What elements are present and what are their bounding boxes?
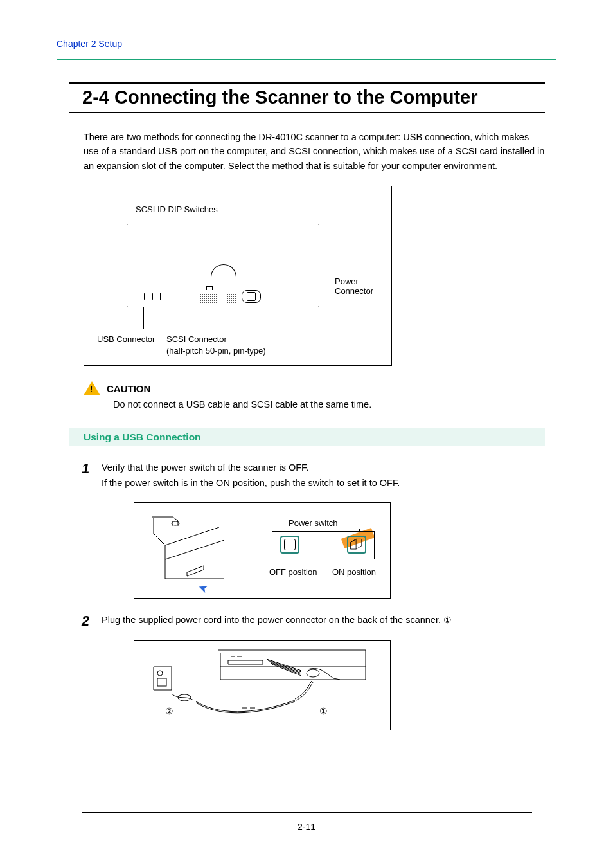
dip-switch-icon [157, 293, 161, 300]
figure-power-switch: ➤ Power switch OFF position ON positio [134, 502, 391, 599]
subheading-usb: Using a USB Connection [69, 428, 545, 446]
vent-arc [211, 264, 236, 277]
label-scsi-connector: SCSI Connector [166, 334, 227, 344]
leader-line [319, 282, 331, 282]
step-line: If the power switch is in the ON positio… [102, 476, 545, 491]
step-body: Plug the supplied power cord into the po… [102, 613, 545, 730]
usb-port-icon [144, 293, 153, 300]
footer-rule [82, 812, 532, 813]
svg-point-1 [306, 669, 319, 677]
page-number: 2-11 [0, 822, 613, 832]
page-content: 2-4 Connecting the Scanner to the Comput… [69, 82, 545, 730]
scanner-back-outline [127, 224, 319, 307]
label-scsi-dip: SCSI ID DIP Switches [136, 204, 218, 214]
switch-on-shape [348, 537, 365, 552]
switch-on-icon [347, 536, 366, 554]
figure-power-cord: ① ② [134, 640, 391, 730]
figure-connectors: SCSI ID DIP Switches Power Connector USB… [84, 186, 392, 366]
connector-row [139, 290, 308, 303]
label-power-connector: Power Connector [335, 276, 391, 296]
switch-detail-box [272, 531, 375, 559]
caution-title: CAUTION [107, 383, 150, 394]
divider-line [140, 257, 307, 257]
svg-rect-3 [157, 678, 166, 686]
leader-line [143, 307, 144, 329]
step-line: Verify that the power switch of the scan… [102, 460, 545, 475]
chapter-link[interactable]: Chapter 2 Setup [57, 39, 122, 49]
scanner-corner-illustration [148, 514, 226, 585]
step-1: 1 Verify that the power switch of the sc… [69, 460, 545, 598]
power-connector-icon [242, 290, 261, 303]
circled-ref: ① [443, 615, 452, 625]
caution-block: CAUTION [84, 381, 545, 395]
section-title: 2-4 Connecting the Scanner to the Comput… [82, 87, 545, 108]
label-scsi-connector-sub: (half-pitch 50-pin, pin-type) [166, 346, 266, 356]
step-number: 2 [69, 613, 102, 730]
leader-line [177, 307, 177, 329]
vent-grid-icon [198, 290, 236, 303]
label-usb-connector: USB Connector [97, 334, 155, 344]
svg-point-2 [157, 671, 163, 676]
caution-text: Do not connect a USB cable and SCSI cabl… [113, 399, 545, 410]
circled-ref-2: ② [165, 704, 173, 718]
step-2: 2 Plug the supplied power cord into the … [69, 613, 545, 730]
caution-icon [84, 381, 100, 395]
section-title-block: 2-4 Connecting the Scanner to the Comput… [69, 82, 545, 113]
scsi-port-icon [166, 293, 191, 300]
step-line: Plug the supplied power cord into the po… [102, 615, 443, 625]
step-body: Verify that the power switch of the scan… [102, 460, 545, 598]
circled-ref-1: ① [319, 704, 328, 718]
label-on-position: ON position [332, 566, 376, 579]
switch-off-icon [280, 536, 299, 554]
label-off-position: OFF position [269, 566, 317, 579]
intro-paragraph: There are two methods for connecting the… [84, 130, 545, 173]
label-power-switch: Power switch [289, 517, 338, 530]
leader-line [200, 215, 200, 224]
header-rule [57, 59, 556, 60]
step-number: 1 [69, 460, 102, 598]
